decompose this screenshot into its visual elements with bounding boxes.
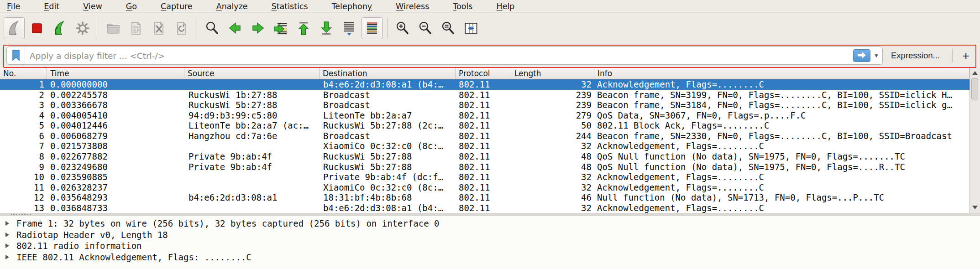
folder-icon — [105, 20, 122, 37]
find-packet-button[interactable] — [202, 17, 223, 39]
filter-bookmark-button[interactable] — [7, 47, 25, 64]
cell-length: 32 — [511, 79, 594, 89]
colorize-button[interactable] — [362, 17, 383, 39]
packet-row-3[interactable]: 30.003366678RuckusWi_5b:27:88Broadcast80… — [0, 100, 970, 110]
cell-protocol: 802.11 — [456, 100, 511, 110]
packet-row-12[interactable]: 120.035648293b4:e6:2d:d3:08:a118:31:bf:4… — [0, 192, 970, 203]
expander-triangle-icon[interactable] — [5, 233, 9, 237]
toolbar-separator — [197, 18, 197, 38]
cell-info: Acknowledgement, Flags=........C — [594, 141, 970, 151]
zoom-out-button[interactable] — [415, 17, 436, 39]
menu-view[interactable]: View — [83, 2, 102, 11]
filter-separator — [952, 49, 953, 62]
filter-apply-button[interactable] — [853, 49, 870, 62]
cell-protocol: 802.11 — [456, 182, 511, 192]
scrollbar-thumb[interactable] — [971, 78, 978, 99]
go-first-button[interactable] — [293, 17, 314, 39]
go-last-button[interactable] — [316, 17, 337, 39]
start-capture-button[interactable] — [4, 17, 25, 39]
menu-help[interactable]: Help — [496, 2, 514, 11]
packet-row-7[interactable]: 70.021573808XiaomiCo_0c:32:c0 (8c:…802.1… — [0, 141, 970, 151]
menu-capture[interactable]: Capture — [161, 2, 193, 11]
zoom-original-button[interactable] — [438, 17, 459, 39]
cell-no: 10 — [0, 172, 47, 182]
cell-info: 802.11 Block Ack, Flags=........C — [594, 120, 970, 130]
packet-row-1[interactable]: 10.000000000b4:e6:2d:d3:08:a1 (b4:…802.1… — [0, 79, 970, 90]
reload-file-button[interactable] — [171, 17, 192, 39]
menu-telephony[interactable]: Telephony — [332, 2, 372, 11]
stop-capture-button[interactable] — [26, 17, 47, 39]
packet-row-8[interactable]: 80.022677882Private_9b:ab:4fRuckusWi_5b:… — [0, 151, 970, 162]
scroll-up-button[interactable] — [970, 68, 980, 78]
go-to-packet-button[interactable] — [270, 17, 291, 39]
cell-time: 0.026328237 — [47, 182, 184, 192]
cell-length: 48 — [511, 151, 594, 161]
column-header-protocol[interactable]: Protocol — [456, 67, 511, 79]
menu-go[interactable]: Go — [126, 2, 137, 11]
packet-row-4[interactable]: 40.00400541094:d9:b3:99:c5:80LiteonTe_bb… — [0, 110, 970, 121]
filter-history-dropdown[interactable]: ▼ — [872, 47, 882, 64]
packet-row-10[interactable]: 100.023590885Private_9b:ab:4f (dc:f…802.… — [0, 172, 970, 182]
arrow-right-icon — [249, 20, 267, 37]
expander-triangle-icon[interactable] — [5, 221, 9, 226]
close-doc-icon — [150, 20, 168, 37]
vertical-scrollbar[interactable] — [970, 67, 980, 213]
cell-length: 244 — [511, 131, 594, 141]
menu-statistics[interactable]: Statistics — [272, 2, 308, 11]
cell-destination: XiaomiCo_0c:32:c0 (8c:… — [320, 182, 456, 192]
toolbar-separator — [387, 18, 388, 38]
go-back-button[interactable] — [225, 17, 246, 39]
packet-row-11[interactable]: 110.026328237XiaomiCo_0c:32:c0 (8c:…802.… — [0, 182, 970, 192]
expander-triangle-icon[interactable] — [5, 255, 9, 259]
save-file-button[interactable]: 010101100011 — [126, 17, 147, 39]
column-header-source[interactable]: Source — [184, 67, 320, 79]
auto-scroll-button[interactable] — [339, 17, 360, 39]
zoom-in-button[interactable] — [392, 17, 413, 39]
menu-edit[interactable]: Edit — [44, 2, 59, 11]
detail-tree-row[interactable]: Radiotap Header v0, Length 18 — [0, 229, 980, 241]
close-file-button[interactable] — [148, 17, 169, 39]
menu-file[interactable]: File — [7, 2, 20, 11]
display-filter-input[interactable] — [25, 47, 853, 64]
triangle-up-icon — [972, 71, 978, 75]
expander-triangle-icon[interactable] — [5, 243, 9, 248]
detail-tree-row[interactable]: 802.11 radio information — [0, 240, 980, 252]
add-filter-button[interactable]: + — [957, 47, 975, 65]
open-file-button[interactable] — [103, 17, 124, 39]
restart-capture-button[interactable] — [49, 17, 70, 39]
cell-time: 0.023249680 — [47, 162, 184, 172]
menu-tools[interactable]: Tools — [453, 2, 472, 11]
cell-destination: Private_9b:ab:4f (dc:f… — [320, 172, 456, 182]
menu-wireless[interactable]: Wireless — [396, 2, 429, 11]
packet-row-5[interactable]: 50.004012446LiteonTe_bb:2a:a7 (ac:…Rucku… — [0, 120, 970, 131]
wireshark-window: FileEditViewGoCaptureAnalyzeStatisticsTe… — [0, 0, 980, 269]
packet-row-2[interactable]: 20.002245578RuckusWi_1b:27:88Broadcast80… — [0, 90, 970, 100]
column-header-info[interactable]: Info — [594, 67, 970, 79]
packet-row-6[interactable]: 60.006068279Hangzhou_cd:7a:6eBroadcast80… — [0, 131, 970, 141]
cell-time: 0.035648293 — [47, 192, 184, 202]
detail-tree-row[interactable]: Frame 1: 32 bytes on wire (256 bits), 32… — [0, 218, 980, 229]
packet-row-13[interactable]: 130.036848733b4:e6:2d:d3:08:a1 (b4:…802.… — [0, 202, 970, 213]
autoscroll-icon — [341, 20, 358, 37]
column-header-destination[interactable]: Destination — [320, 67, 456, 79]
cell-no: 7 — [0, 141, 47, 151]
cell-destination: b4:e6:2d:d3:08:a1 (b4:… — [320, 79, 456, 89]
go-forward-button[interactable] — [247, 17, 268, 39]
scroll-down-button[interactable] — [970, 203, 980, 212]
pane-splitter[interactable] — [0, 213, 980, 216]
cell-length: 279 — [511, 110, 594, 120]
cell-protocol: 802.11 — [456, 79, 511, 89]
column-header-time[interactable]: Time — [47, 67, 184, 79]
menu-analyze[interactable]: Analyze — [216, 2, 248, 11]
packet-row-9[interactable]: 90.023249680Private_9b:ab:4fRuckusWi_5b:… — [0, 161, 970, 172]
resize-columns-button[interactable] — [461, 17, 482, 39]
column-header-length[interactable]: Length — [511, 67, 594, 79]
cell-protocol: 802.11 — [456, 203, 511, 213]
column-header-no[interactable]: No. — [0, 67, 47, 79]
detail-tree-row[interactable]: IEEE 802.11 Acknowledgement, Flags: ....… — [0, 252, 980, 263]
expression-button[interactable]: Expression... — [886, 47, 944, 65]
capture-options-button[interactable] — [72, 17, 93, 39]
detail-text: Radiotap Header v0, Length 18 — [16, 230, 168, 240]
cell-destination: Broadcast — [320, 131, 456, 141]
cell-info: Null function (No data), SN=1713, FN=0, … — [594, 192, 970, 202]
